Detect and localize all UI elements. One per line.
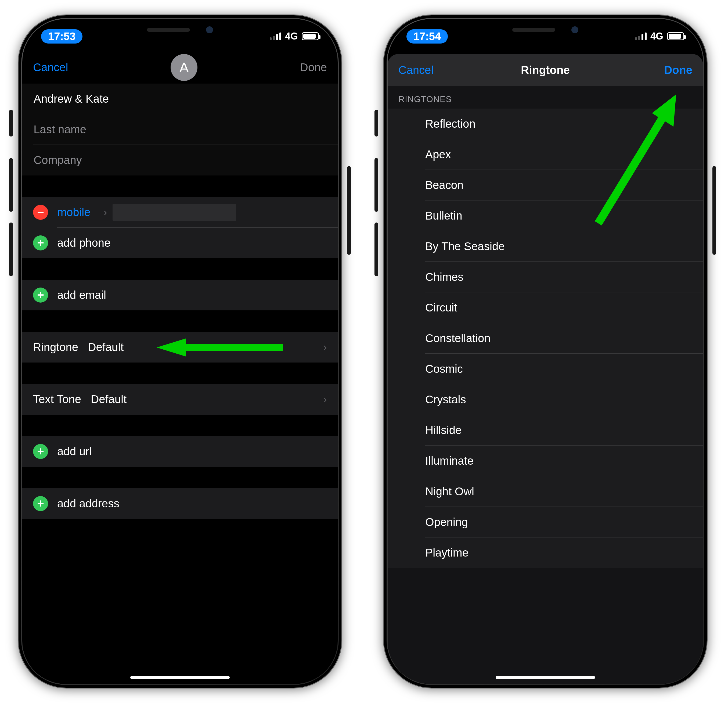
last-name-field[interactable] [33, 123, 327, 136]
company-field[interactable] [33, 153, 327, 167]
ringtone-item-label: Night Owl [425, 485, 474, 498]
add-icon: + [33, 288, 48, 302]
ringtone-item[interactable]: Night Owl [388, 476, 703, 507]
add-url-row[interactable]: + add url [22, 436, 338, 467]
cancel-button[interactable]: Cancel [33, 61, 68, 74]
ringtone-item[interactable]: Opening [388, 507, 703, 537]
signal-icon [635, 33, 647, 40]
ringtone-item[interactable]: Cosmic [388, 354, 703, 384]
notch [100, 19, 261, 41]
ringtone-value: Default [88, 341, 124, 354]
phone-number-redacted[interactable] [113, 204, 236, 221]
ringtone-item[interactable]: Constellation [388, 323, 703, 354]
add-address-row[interactable]: + add address [22, 488, 338, 519]
network-label: 4G [285, 30, 298, 42]
add-icon: + [33, 444, 48, 459]
chevron-right-icon: › [323, 341, 327, 354]
ringtone-item[interactable]: Apex [388, 139, 703, 170]
ringtone-item-label: Opening [425, 516, 468, 529]
contact-edit-screen: 17:53 4G Cancel A Done [22, 19, 338, 684]
ringtone-item[interactable]: Beacon [388, 170, 703, 201]
ringtone-item[interactable]: Crystals [388, 384, 703, 415]
notch [465, 19, 626, 41]
company-cell[interactable] [22, 145, 338, 175]
add-address-label: add address [57, 497, 119, 510]
ringtone-item[interactable]: Reflection [388, 108, 703, 139]
ringtone-item-label: Constellation [425, 332, 491, 345]
add-url-label: add url [57, 445, 92, 458]
ringtone-item-label: Beacon [425, 179, 464, 192]
add-phone-row[interactable]: + add phone [22, 228, 338, 258]
ringtone-item[interactable]: Chimes [388, 262, 703, 292]
ringtone-item-label: Cosmic [425, 363, 463, 375]
add-icon: + [33, 496, 48, 511]
ringtone-item-label: Crystals [425, 393, 466, 406]
first-name-cell[interactable] [22, 84, 338, 114]
add-phone-label: add phone [57, 236, 111, 249]
ringtone-item-label: Bulletin [425, 209, 462, 222]
ringtone-item-label: Circuit [425, 301, 457, 314]
ringtone-list[interactable]: ReflectionApexBeaconBulletinBy The Seasi… [388, 108, 703, 568]
add-email-row[interactable]: + add email [22, 280, 338, 310]
ringtone-label: Ringtone [33, 341, 78, 354]
phone-type-label[interactable]: mobile [57, 206, 91, 219]
ringtone-item-label: Playtime [425, 546, 468, 559]
nav-bar: Cancel A Done [22, 51, 338, 84]
network-label: 4G [650, 30, 663, 42]
ringtone-picker-screen: 17:54 4G Cancel Ringtone Done [388, 19, 703, 684]
status-time[interactable]: 17:54 [406, 29, 448, 43]
ringtone-item[interactable]: Bulletin [388, 201, 703, 231]
battery-icon [302, 32, 319, 40]
ringtone-item[interactable]: By The Seaside [388, 231, 703, 262]
signal-icon [270, 33, 281, 40]
ringtone-item-label: Apex [425, 148, 451, 161]
texttone-value: Default [91, 393, 127, 406]
ringtone-item-label: By The Seaside [425, 240, 505, 253]
texttone-label: Text Tone [33, 393, 81, 406]
texttone-row[interactable]: Text Tone Default › [22, 384, 338, 415]
chevron-right-icon: › [103, 206, 107, 219]
done-button[interactable]: Done [300, 61, 327, 74]
done-button[interactable]: Done [664, 64, 692, 77]
ringtone-item[interactable]: Illuminate [388, 446, 703, 476]
status-time[interactable]: 17:53 [41, 29, 82, 43]
ringtone-item-label: Hillside [425, 424, 462, 437]
add-email-label: add email [57, 289, 106, 301]
ringtone-item-label: Illuminate [425, 454, 474, 467]
ringtones-section-header: RINGTONES [388, 86, 703, 108]
contact-avatar[interactable]: A [170, 54, 198, 81]
ringtone-item-label: Chimes [425, 270, 464, 284]
remove-icon[interactable]: − [33, 205, 48, 220]
cancel-button[interactable]: Cancel [399, 64, 433, 77]
home-indicator[interactable] [130, 676, 230, 679]
home-indicator[interactable] [495, 676, 595, 679]
ringtone-item[interactable]: Playtime [388, 537, 703, 568]
first-name-field[interactable] [33, 92, 327, 106]
ringtone-sheet: Cancel Ringtone Done RINGTONES Reflectio… [388, 54, 703, 684]
nav-bar: Cancel Ringtone Done [388, 54, 703, 86]
add-icon: + [33, 236, 48, 250]
battery-icon [667, 32, 684, 40]
last-name-cell[interactable] [22, 114, 338, 145]
ringtone-item[interactable]: Circuit [388, 292, 703, 323]
ringtone-row[interactable]: Ringtone Default › [22, 332, 338, 363]
ringtone-item-label: Reflection [425, 117, 475, 130]
nav-title: Ringtone [388, 64, 703, 77]
chevron-right-icon: › [323, 393, 327, 406]
ringtone-item[interactable]: Hillside [388, 415, 703, 446]
phone-mobile-row[interactable]: − mobile › [22, 197, 338, 228]
